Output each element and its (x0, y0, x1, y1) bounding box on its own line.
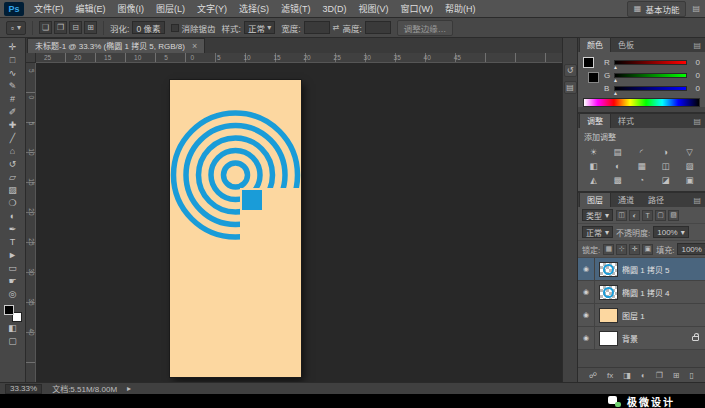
layer-row[interactable]: ◉ 背景 (578, 327, 705, 350)
document-tab[interactable]: 未标题-1 @ 33.3% (椭圆 1 拷贝 5, RGB/8) × (27, 38, 205, 53)
menu-image[interactable]: 图像(I) (112, 0, 151, 18)
layer-row[interactable]: ◉ 椭圆 1 拷贝 5 (578, 258, 705, 281)
type-tool[interactable]: T (2, 236, 24, 249)
gradient-tool[interactable]: ▨ (2, 184, 24, 197)
new-layer-icon[interactable]: ⊞ (673, 371, 680, 380)
adjustment-icon[interactable]: ◑ (654, 145, 677, 158)
color-swatches[interactable] (4, 305, 22, 322)
green-value[interactable]: 0 (690, 71, 700, 80)
history-panel-icon[interactable]: ↺ (564, 64, 577, 77)
visibility-eye-icon[interactable]: ◉ (578, 281, 595, 303)
adjustment-icon[interactable]: ☀ (582, 145, 605, 158)
link-layers-icon[interactable]: ☍ (589, 371, 597, 380)
subtract-selection-icon[interactable]: ⊟ (69, 21, 82, 34)
red-value[interactable]: 0 (690, 58, 700, 67)
layer-thumbnail[interactable] (599, 308, 618, 323)
menu-window[interactable]: 窗口(W) (395, 0, 440, 18)
quick-mask-button[interactable]: ◧ (2, 322, 24, 335)
visibility-eye-icon[interactable]: ◉ (578, 258, 595, 280)
adjustment-icon[interactable]: ◪ (654, 173, 677, 186)
quick-selection-tool[interactable]: ✎ (2, 80, 24, 93)
dodge-tool[interactable]: ◐ (2, 210, 24, 223)
tab-paths[interactable]: 路径 (641, 193, 671, 207)
red-slider[interactable]: ▲ (614, 60, 687, 65)
layer-group-icon[interactable]: ❐ (656, 371, 663, 380)
delete-layer-icon[interactable]: ▯ (690, 371, 694, 380)
crop-tool[interactable]: # (2, 93, 24, 106)
adjustment-layer-icon[interactable]: ◐ (641, 371, 646, 380)
panel-menu-icon[interactable]: ▤ (689, 196, 705, 207)
layer-row[interactable]: ◉ 图层 1 (578, 304, 705, 327)
filter-shape-icon[interactable]: ▢ (655, 210, 666, 221)
menu-3d[interactable]: 3D(D) (317, 0, 353, 18)
panel-menu-icon[interactable]: ▤ (689, 41, 705, 52)
move-tool[interactable]: ✛ (2, 41, 24, 54)
feather-input[interactable]: 0 像素 (132, 21, 164, 34)
add-selection-icon[interactable]: ❐ (54, 21, 67, 34)
adjustment-icon[interactable]: ◭ (582, 173, 605, 186)
path-selection-tool[interactable]: ► (2, 249, 24, 262)
intersect-selection-icon[interactable]: ⊞ (84, 21, 97, 34)
eyedropper-tool[interactable]: ✐ (2, 106, 24, 119)
menu-layer[interactable]: 图层(L) (150, 0, 191, 18)
lock-pixels-icon[interactable]: ⊹ (616, 244, 627, 255)
layer-filter-select[interactable]: 类型 ▾ (582, 209, 613, 221)
menu-type[interactable]: 文字(Y) (191, 0, 233, 18)
foreground-color-swatch[interactable] (583, 57, 594, 68)
healing-brush-tool[interactable]: ✚ (2, 119, 24, 132)
layer-thumbnail[interactable] (599, 262, 618, 277)
adjustment-icon[interactable]: ▤ (606, 145, 629, 158)
menu-filter[interactable]: 滤镜(T) (275, 0, 317, 18)
height-input[interactable] (365, 21, 391, 34)
zoom-tool[interactable]: ◎ (2, 288, 24, 301)
close-tab-icon[interactable]: × (192, 41, 197, 51)
tab-styles[interactable]: 样式 (611, 114, 641, 128)
adjustment-icon[interactable]: ▦ (630, 159, 653, 172)
visibility-eye-icon[interactable]: ◉ (578, 304, 595, 326)
menu-view[interactable]: 视图(V) (353, 0, 395, 18)
lock-position-icon[interactable]: ✛ (629, 244, 640, 255)
tab-layers[interactable]: 图层 (579, 192, 611, 207)
visibility-eye-icon[interactable]: ◉ (578, 327, 595, 349)
status-options-arrow-icon[interactable]: ▸ (127, 384, 131, 393)
properties-panel-icon[interactable]: ▤ (564, 81, 577, 94)
history-brush-tool[interactable]: ↺ (2, 158, 24, 171)
adjustment-icon[interactable]: ▣ (678, 173, 701, 186)
adjustment-icon[interactable]: ▨ (678, 159, 701, 172)
adjustment-icon[interactable]: ▽ (678, 145, 701, 158)
panel-color-swatches[interactable] (583, 57, 599, 83)
marquee-tool[interactable]: □ (2, 54, 24, 67)
adjustment-icon[interactable]: ◫ (654, 159, 677, 172)
blend-mode-select[interactable]: 正常 ▾ (582, 226, 613, 238)
screen-mode-button[interactable]: ▢ (2, 335, 24, 348)
filter-pixel-icon[interactable]: ◫ (616, 210, 627, 221)
antialias-checkbox[interactable] (171, 24, 179, 32)
arrange-documents-icon[interactable]: ▤ (692, 4, 700, 13)
adjustment-icon[interactable]: ◐ (606, 159, 629, 172)
menu-edit[interactable]: 编辑(E) (70, 0, 112, 18)
lasso-tool[interactable]: ∿ (2, 67, 24, 80)
tab-channels[interactable]: 通道 (611, 193, 641, 207)
clone-stamp-tool[interactable]: ⌂ (2, 145, 24, 158)
filter-type-icon[interactable]: T (642, 210, 653, 221)
filter-adjustment-icon[interactable]: ◐ (629, 210, 640, 221)
eraser-tool[interactable]: ▱ (2, 171, 24, 184)
tab-adjustments[interactable]: 调整 (579, 113, 611, 128)
pen-tool[interactable]: ✒ (2, 223, 24, 236)
green-slider[interactable]: ▲ (614, 73, 687, 78)
blue-value[interactable]: 0 (690, 84, 700, 93)
menu-select[interactable]: 选择(S) (233, 0, 275, 18)
new-selection-icon[interactable]: ❏ (39, 21, 52, 34)
foreground-color-swatch[interactable] (4, 305, 14, 315)
tool-preset-picker[interactable]: ▫ ▾ (6, 21, 26, 35)
tab-swatches[interactable]: 色板 (611, 38, 641, 52)
color-spectrum-bar[interactable] (583, 98, 700, 107)
workspace-switcher[interactable]: ▦ 基本功能 (627, 1, 687, 17)
layer-row[interactable]: ◉ 椭圆 1 拷贝 4 (578, 281, 705, 304)
fill-input[interactable]: 100% ▾ (677, 243, 705, 255)
document-canvas[interactable] (170, 80, 301, 377)
zoom-level-input[interactable]: 33.33% (5, 384, 42, 394)
blue-slider[interactable]: ▲ (614, 86, 687, 91)
menu-file[interactable]: 文件(F) (28, 0, 70, 18)
panel-menu-icon[interactable]: ▤ (689, 117, 705, 128)
